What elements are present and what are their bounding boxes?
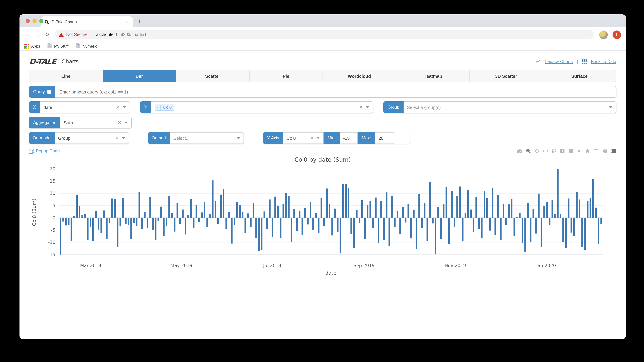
aggregation-select[interactable]: Sum ✕ xyxy=(60,117,132,128)
svg-text:May 2019: May 2019 xyxy=(170,263,192,268)
query-label: Queryi xyxy=(29,86,56,98)
bookmark-folder-numeric[interactable]: Numeric xyxy=(76,44,97,48)
group-select[interactable]: Select a group(s) xyxy=(404,101,616,113)
popup-chart-link[interactable]: Popup Chart xyxy=(29,149,60,153)
tab-title: D-Tale Charts xyxy=(52,20,123,24)
chevron-down-icon[interactable] xyxy=(122,137,125,139)
hover-closest-icon[interactable] xyxy=(602,149,608,153)
back-to-data-link[interactable]: Back To Data xyxy=(591,59,616,64)
chip-remove-icon[interactable]: × xyxy=(155,105,161,110)
svg-text:Sep 2019: Sep 2019 xyxy=(354,263,374,268)
chart-title: Col0 by date (Sum) xyxy=(29,156,616,163)
yaxis-select[interactable]: Col0 ✕ xyxy=(283,132,324,144)
page-header: D-TALE Charts Legacy Charts | Back To Da… xyxy=(29,55,616,66)
bookmark-star-icon[interactable]: ☆ xyxy=(586,32,590,38)
clear-icon[interactable]: ✕ xyxy=(310,135,314,141)
group-placeholder: Select a group(s) xyxy=(407,105,441,110)
yaxis-max-input[interactable] xyxy=(378,135,392,141)
y-select[interactable]: × Col0 ✕ xyxy=(151,101,373,113)
chip-label: Col0 xyxy=(161,104,174,110)
clear-icon[interactable]: ✕ xyxy=(115,135,119,141)
zoom-icon[interactable] xyxy=(526,149,531,153)
url-divider xyxy=(92,32,92,37)
svg-text:-15: -15 xyxy=(48,252,56,257)
tab-surface[interactable]: Surface xyxy=(543,70,616,82)
tab-scatter[interactable]: Scatter xyxy=(176,70,250,82)
x-select[interactable]: date ✕ xyxy=(40,101,130,113)
chevron-down-icon[interactable] xyxy=(124,122,128,124)
zoom-out-icon[interactable] xyxy=(568,149,573,153)
reload-icon[interactable]: ⟳ xyxy=(46,32,50,38)
address-bar[interactable]: Not Secure aschonfeld :9203/charts/1 ☆ xyxy=(54,30,594,39)
chevron-down-icon[interactable] xyxy=(366,106,369,108)
pan-icon[interactable] xyxy=(534,149,539,153)
window-controls xyxy=(26,19,44,23)
svg-text:10: 10 xyxy=(50,191,56,196)
zoom-in-icon[interactable] xyxy=(560,149,565,153)
barmode-select[interactable]: Group ✕ xyxy=(54,132,129,144)
dtale-charts-page: D-TALE Charts Legacy Charts | Back To Da… xyxy=(20,55,626,339)
spikelines-icon[interactable] xyxy=(594,149,598,153)
popup-chart-label[interactable]: Popup Chart xyxy=(36,149,60,153)
svg-text:date: date xyxy=(325,270,336,276)
tab-wordcloud[interactable]: Wordcloud xyxy=(323,70,396,82)
url-path: :9203/charts/1 xyxy=(120,32,146,37)
not-secure-label[interactable]: Not Secure xyxy=(66,32,88,37)
tab-line[interactable]: Line xyxy=(30,70,103,82)
yaxis-label: Y-Axis xyxy=(263,132,283,144)
aggregation-value: Sum xyxy=(64,120,73,125)
apps-shortcut[interactable]: Apps xyxy=(24,44,40,49)
chevron-down-icon[interactable] xyxy=(237,137,240,139)
autoscale-icon[interactable] xyxy=(576,149,582,153)
tab-bar[interactable]: Bar xyxy=(103,70,176,82)
barsort-placeholder: Select... xyxy=(174,135,190,141)
new-tab-button[interactable]: + xyxy=(138,18,141,25)
forward-icon[interactable]: → xyxy=(35,31,41,38)
tab-3d-scatter[interactable]: 3D Scatter xyxy=(470,70,543,82)
reset-axes-icon[interactable] xyxy=(585,149,590,153)
browser-tab[interactable]: D-Tale Charts ✕ xyxy=(41,17,133,27)
close-window-button[interactable] xyxy=(26,19,30,23)
hover-compare-icon[interactable] xyxy=(611,149,616,153)
camera-icon[interactable] xyxy=(517,149,522,153)
avatar[interactable] xyxy=(599,30,608,39)
chevron-down-icon[interactable] xyxy=(609,106,612,108)
lasso-select-icon[interactable] xyxy=(552,149,556,153)
extension-icon[interactable]: ⬆ xyxy=(612,30,621,39)
folder-icon xyxy=(48,44,52,48)
tab-heatmap[interactable]: Heatmap xyxy=(396,70,470,82)
yaxis-value: Col0 xyxy=(286,135,296,141)
popup-window-icon xyxy=(29,149,34,153)
barmode-group: Barmode Group ✕ xyxy=(29,132,129,144)
tab-close-icon[interactable]: ✕ xyxy=(126,20,129,24)
chevron-down-icon[interactable] xyxy=(316,137,320,139)
browser-tab-strip: D-Tale Charts ✕ + xyxy=(20,14,626,27)
yaxis-min-label: Min: xyxy=(324,132,340,144)
bookmarks-bar: Apps My Stuff Numeric xyxy=(20,42,626,51)
tab-pie[interactable]: Pie xyxy=(250,70,323,82)
query-input[interactable] xyxy=(59,89,612,95)
info-icon[interactable]: i xyxy=(47,90,51,94)
barsort-select[interactable]: Select... xyxy=(170,132,244,144)
legacy-charts-link[interactable]: Legacy Charts xyxy=(545,59,573,64)
chevron-down-icon[interactable] xyxy=(123,106,126,108)
yaxis-min-input[interactable] xyxy=(342,135,354,141)
back-icon[interactable]: ← xyxy=(24,31,30,38)
clear-icon[interactable]: ✕ xyxy=(116,104,120,110)
x-select-group: X date ✕ xyxy=(29,101,130,113)
yaxis-group: Y-Axis Col0 ✕ Min: Max: xyxy=(263,132,410,144)
minimize-window-button[interactable] xyxy=(32,19,36,23)
svg-text:-5: -5 xyxy=(51,228,56,233)
fullscreen-window-button[interactable] xyxy=(39,19,44,23)
x-label: X xyxy=(29,101,40,113)
bar-chart[interactable]: 20151050-5-10-15Mar 2019May 2019Jul 2019… xyxy=(29,164,616,277)
aggregation-group: Aggregation Sum ✕ xyxy=(29,117,132,128)
box-select-icon[interactable] xyxy=(543,149,548,153)
aggregation-label: Aggregation xyxy=(29,117,60,128)
clear-icon[interactable]: ✕ xyxy=(118,120,122,125)
svg-text:20: 20 xyxy=(50,166,56,171)
barmode-value: Group xyxy=(58,135,70,141)
bookmark-folder-my-stuff[interactable]: My Stuff xyxy=(48,44,68,48)
clear-icon[interactable]: ✕ xyxy=(359,104,363,110)
apps-label: Apps xyxy=(31,44,40,48)
